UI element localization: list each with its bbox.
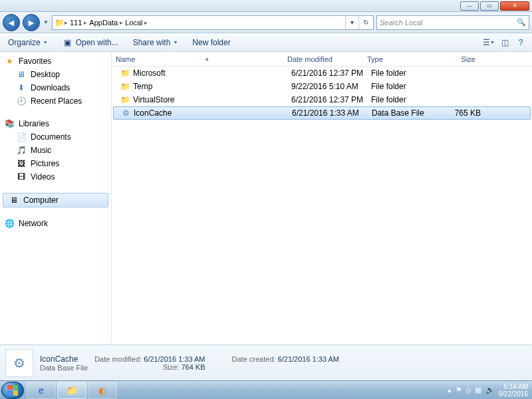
help-button[interactable]: ? — [515, 37, 527, 49]
details-file-icon: ⚙ — [5, 349, 33, 377]
music-icon: 🎵 — [16, 145, 27, 156]
back-button[interactable]: ◄ — [3, 14, 20, 31]
minimize-button[interactable]: — — [460, 1, 479, 11]
file-list: Name▲ Date modified Type Size 📁Microsoft… — [112, 52, 532, 344]
refresh-button[interactable]: ↻ — [358, 16, 372, 29]
view-options-button[interactable]: ☰ ▼ — [483, 37, 495, 49]
documents-icon: 📄 — [16, 132, 27, 142]
details-modified-label: Date modified: — [94, 355, 142, 363]
file-date: 6/21/2016 1:33 AM — [288, 108, 368, 118]
file-type: Data Base File — [368, 108, 432, 118]
file-type: File folder — [367, 68, 431, 78]
organize-button[interactable]: Organize ▼ — [5, 37, 51, 49]
new-folder-button[interactable]: New folder — [190, 37, 233, 49]
sidebar-item-pictures[interactable]: 🖼Pictures — [0, 157, 111, 170]
col-type-header[interactable]: Type — [363, 52, 427, 66]
title-bar: — ▭ ✕ — [0, 0, 532, 12]
breadcrumb-seg[interactable]: Local — [123, 19, 144, 27]
main-area: ★Favorites 🖥Desktop ⬇Downloads 🕘Recent P… — [0, 52, 532, 344]
taskbar-explorer[interactable]: 📁 — [57, 382, 86, 399]
breadcrumb-seg[interactable]: AppData — [87, 19, 120, 27]
maximize-button[interactable]: ▭ — [480, 1, 499, 11]
clock[interactable]: 5:14 AM 9/22/2016 — [499, 383, 529, 398]
libraries-icon: 📚 — [4, 118, 15, 129]
windows-logo-icon — [7, 385, 18, 396]
sort-asc-icon: ▲ — [204, 56, 209, 62]
col-size-header[interactable]: Size — [427, 52, 480, 66]
address-bar[interactable]: 📁 ▸ 111 ▸ AppData ▸ Local ▸ ▾ ↻ — [52, 15, 374, 30]
file-type: File folder — [367, 82, 431, 91]
details-size: 764 KB — [181, 363, 205, 371]
sidebar-item-downloads[interactable]: ⬇Downloads — [0, 81, 111, 94]
taskbar-media[interactable]: ◐ — [88, 382, 117, 399]
folder-icon: 📁 — [120, 81, 130, 92]
file-row[interactable]: 📁VirtualStore6/21/2016 12:37 PMFile fold… — [112, 93, 532, 106]
tray-up-icon[interactable]: ▴ — [448, 386, 452, 394]
libraries-header[interactable]: 📚Libraries — [0, 117, 111, 130]
file-date: 9/22/2016 5:10 AM — [287, 82, 367, 91]
tray-network-icon[interactable]: ▦ — [475, 386, 481, 394]
tray-flag-icon[interactable]: ⚑ — [456, 386, 462, 394]
clock-time: 5:14 AM — [499, 383, 529, 390]
open-with-button[interactable]: ▣Open with... — [60, 36, 121, 49]
clock-date: 9/22/2016 — [499, 390, 529, 398]
tray-volume-icon[interactable]: 🔊 — [485, 386, 495, 394]
file-date: 6/21/2016 12:37 PM — [287, 95, 367, 104]
favorites-header[interactable]: ★Favorites — [0, 55, 111, 68]
ie-icon: e — [39, 385, 44, 396]
sidebar-item-desktop[interactable]: 🖥Desktop — [0, 68, 111, 81]
details-type: Data Base File — [40, 364, 88, 372]
col-name-header[interactable]: Name▲ — [112, 52, 283, 66]
file-row[interactable]: 📁Temp9/22/2016 5:10 AMFile folder — [112, 80, 532, 93]
sidebar-item-computer[interactable]: 🖥Computer — [3, 193, 108, 207]
tray-device-icon[interactable]: ⎙ — [466, 386, 471, 394]
sidebar-item-music[interactable]: 🎵Music — [0, 144, 111, 157]
close-button[interactable]: ✕ — [500, 1, 529, 11]
history-dropdown[interactable]: ▼ — [43, 14, 49, 31]
pictures-icon: 🖼 — [16, 158, 27, 169]
computer-icon: 🖥 — [9, 195, 19, 205]
downloads-icon: ⬇ — [16, 82, 27, 93]
file-date: 6/21/2016 12:37 PM — [287, 68, 367, 78]
file-icon: ⚙ — [120, 108, 131, 118]
star-icon: ★ — [4, 56, 15, 66]
file-name: Temp — [133, 82, 152, 91]
folder-icon: 📁 — [120, 94, 130, 105]
col-date-header[interactable]: Date modified — [283, 52, 363, 66]
start-button[interactable] — [1, 382, 24, 399]
details-pane: ⚙ IconCache Data Base File Date modified… — [0, 344, 532, 380]
file-size: 765 KB — [432, 108, 485, 118]
taskbar: e 📁 ◐ ▴ ⚑ ⎙ ▦ 🔊 5:14 AM 9/22/2016 — [0, 380, 532, 399]
search-input[interactable]: Search Local 🔍 — [376, 15, 529, 30]
sidebar-item-documents[interactable]: 📄Documents — [0, 130, 111, 144]
sidebar-item-recent[interactable]: 🕘Recent Places — [0, 94, 111, 108]
sidebar-item-network[interactable]: 🌐Network — [0, 217, 111, 230]
forward-button[interactable]: ► — [23, 14, 40, 31]
explorer-icon: 📁 — [66, 385, 78, 396]
details-modified: 6/21/2016 1:33 AM — [144, 355, 205, 363]
details-created-label: Date created: — [232, 355, 276, 363]
search-icon: 🔍 — [517, 18, 526, 27]
sidebar: ★Favorites 🖥Desktop ⬇Downloads 🕘Recent P… — [0, 52, 112, 344]
folder-icon: 📁 — [54, 17, 65, 28]
file-name: VirtualStore — [133, 95, 174, 104]
details-created: 6/21/2016 1:33 AM — [278, 355, 339, 363]
details-name: IconCache — [40, 354, 88, 364]
file-row[interactable]: ⚙IconCache6/21/2016 1:33 AMData Base Fil… — [113, 106, 531, 120]
file-name: IconCache — [134, 108, 172, 118]
taskbar-ie[interactable]: e — [27, 382, 56, 399]
sidebar-item-videos[interactable]: 🎞Videos — [0, 170, 111, 184]
column-header: Name▲ Date modified Type Size — [112, 52, 532, 66]
videos-icon: 🎞 — [16, 172, 27, 182]
address-dropdown[interactable]: ▾ — [345, 16, 358, 29]
details-size-label: Size: — [163, 363, 179, 371]
recent-icon: 🕘 — [16, 96, 27, 106]
toolbar: Organize ▼ ▣Open with... Share with ▼ Ne… — [0, 33, 532, 52]
file-name: Microsoft — [133, 68, 166, 78]
preview-pane-button[interactable]: ◫ — [499, 37, 511, 49]
nav-bar: ◄ ► ▼ 📁 ▸ 111 ▸ AppData ▸ Local ▸ ▾ ↻ Se… — [0, 12, 532, 33]
file-row[interactable]: 📁Microsoft6/21/2016 12:37 PMFile folder — [112, 66, 532, 80]
breadcrumb-seg[interactable]: 111 — [68, 19, 84, 27]
share-with-button[interactable]: Share with ▼ — [130, 37, 181, 49]
search-placeholder: Search Local — [380, 19, 422, 27]
